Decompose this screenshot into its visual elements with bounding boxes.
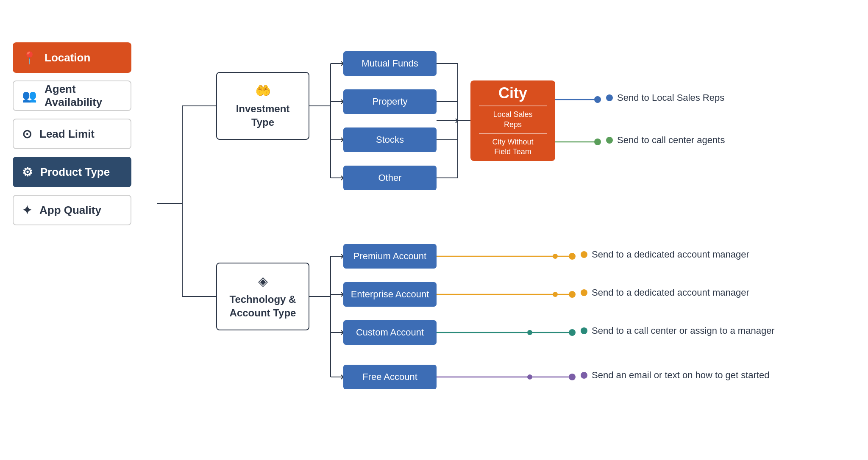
technology-label: Technology & Account Type <box>230 293 296 319</box>
mutual-funds-label: Mutual Funds <box>362 58 418 69</box>
main-area: 🤲 Investment Type Mutual Funds Property … <box>148 21 860 436</box>
premium-account-box: Premium Account <box>343 244 437 269</box>
result-local-sales: Send to Local Sales Reps <box>606 92 724 103</box>
result-enterprise: Send to a dedicated account manager <box>581 287 749 298</box>
sidebar-item-label: App Quality <box>39 204 101 217</box>
sidebar-item-lead-limit[interactable]: ⊙ Lead Limit <box>13 119 131 149</box>
premium-account-label: Premium Account <box>353 251 426 262</box>
sidebar-item-location[interactable]: 📍 Location <box>13 42 131 73</box>
property-box: Property <box>343 89 437 114</box>
sidebar-item-app-quality[interactable]: ✦ App Quality <box>13 195 131 225</box>
sidebar-item-agent-availability[interactable]: 👥 Agent Availability <box>13 80 131 111</box>
stocks-label: Stocks <box>376 134 404 145</box>
svg-point-35 <box>527 330 532 335</box>
diagram-container: 📍 Location 👥 Agent Availability ⊙ Lead L… <box>0 0 868 460</box>
custom-account-box: Custom Account <box>343 320 437 345</box>
quality-icon: ✦ <box>22 203 32 217</box>
enterprise-account-label: Enterprise Account <box>351 289 429 300</box>
result-call-center-text: Send to call center agents <box>617 135 725 146</box>
sidebar: 📍 Location 👥 Agent Availability ⊙ Lead L… <box>13 42 131 225</box>
result-free-text: Send an email or text on how to get star… <box>592 370 769 381</box>
result-premium: Send to a dedicated account manager <box>581 249 749 260</box>
svg-point-30 <box>569 253 576 260</box>
technology-account-box: ◈ Technology & Account Type <box>216 263 309 330</box>
svg-point-39 <box>569 374 576 380</box>
city-local-sales: Local Sales Reps <box>489 110 537 130</box>
city-without-field: City Without Field Team <box>488 137 537 157</box>
city-divider <box>479 105 547 106</box>
dot-orange-premium <box>581 251 587 258</box>
city-divider2 <box>479 133 547 134</box>
svg-point-29 <box>553 254 558 259</box>
dot-purple <box>581 372 587 379</box>
dot-green <box>606 137 613 144</box>
lead-icon: ⊙ <box>22 127 32 141</box>
sidebar-item-label: Agent Availability <box>45 83 122 109</box>
result-free: Send an email or text on how to get star… <box>581 370 769 381</box>
svg-point-32 <box>553 292 558 297</box>
result-custom: Send to a call center or assign to a man… <box>581 325 775 336</box>
custom-account-label: Custom Account <box>356 327 424 338</box>
sidebar-item-label: Location <box>45 51 90 64</box>
location-icon: 📍 <box>22 51 37 65</box>
investment-type-box: 🤲 Investment Type <box>216 72 309 140</box>
tech-icon: ◈ <box>258 274 268 288</box>
agent-icon: 👥 <box>22 89 37 103</box>
city-box: City Local Sales Reps City Without Field… <box>470 80 555 161</box>
result-premium-text: Send to a dedicated account manager <box>592 249 749 260</box>
mutual-funds-box: Mutual Funds <box>343 51 437 76</box>
city-title: City <box>494 84 531 102</box>
property-label: Property <box>372 96 407 107</box>
svg-point-19 <box>594 96 601 103</box>
sidebar-item-product-type[interactable]: ⚙ Product Type <box>13 157 131 187</box>
result-call-center: Send to call center agents <box>606 135 725 146</box>
dot-orange-enterprise <box>581 289 587 296</box>
svg-point-36 <box>569 329 576 336</box>
investment-label: Investment Type <box>236 102 290 128</box>
result-enterprise-text: Send to a dedicated account manager <box>592 287 749 298</box>
stocks-box: Stocks <box>343 127 437 152</box>
dot-blue <box>606 94 613 101</box>
other-box: Other <box>343 166 437 190</box>
free-account-box: Free Account <box>343 365 437 389</box>
investment-icon: 🤲 <box>255 83 271 98</box>
product-icon: ⚙ <box>22 165 33 179</box>
sidebar-item-label: Lead Limit <box>39 127 95 141</box>
result-local-sales-text: Send to Local Sales Reps <box>617 92 724 103</box>
sidebar-item-label: Product Type <box>40 166 110 179</box>
free-account-label: Free Account <box>362 371 417 382</box>
enterprise-account-box: Enterprise Account <box>343 282 437 307</box>
result-custom-text: Send to a call center or assign to a man… <box>592 325 775 336</box>
other-label: Other <box>378 172 401 183</box>
svg-point-38 <box>527 374 532 380</box>
svg-point-33 <box>569 291 576 298</box>
svg-point-21 <box>594 139 601 145</box>
dot-teal <box>581 327 587 334</box>
